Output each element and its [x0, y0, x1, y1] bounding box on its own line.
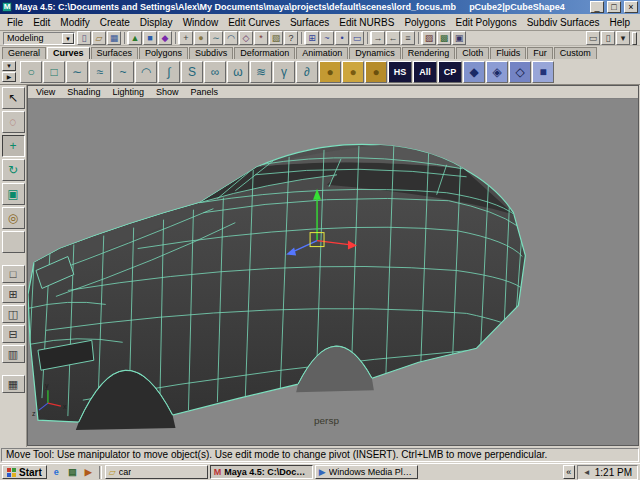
menu-item[interactable]: Subdiv Surfaces — [522, 16, 605, 29]
separator[interactable] — [299, 31, 304, 45]
separator[interactable] — [173, 31, 178, 45]
layout-outliner-persp-icon[interactable]: ▥ — [2, 345, 25, 363]
mask-dynamics-icon[interactable]: * — [254, 31, 268, 45]
select-object-icon[interactable]: ■ — [143, 31, 157, 45]
scene-view[interactable]: y x z persp — [28, 99, 638, 445]
shelf-tab[interactable]: Fur — [527, 47, 553, 59]
shelf-tab[interactable]: Rendering — [402, 47, 456, 59]
minimize-button[interactable]: _ — [590, 1, 604, 13]
select-tool[interactable]: ↖ — [2, 87, 25, 109]
panel-menu-item[interactable]: View — [30, 87, 61, 97]
snap-point-icon[interactable]: • — [335, 31, 349, 45]
menu-item[interactable]: Edit Polygons — [451, 16, 522, 29]
viewport-canvas[interactable]: y x z persp — [28, 99, 638, 445]
blue-poly-icon[interactable]: ◇ — [509, 61, 531, 83]
ep-curve-tool-icon[interactable]: ≈ — [89, 61, 111, 83]
task-button-maya[interactable]: M Maya 4.5: C:\Docume... — [210, 465, 313, 479]
quick-launch-ie-icon[interactable]: e — [49, 465, 64, 479]
menu-item[interactable]: Edit — [28, 16, 55, 29]
move-tool[interactable]: + — [2, 135, 25, 157]
select-component-icon[interactable]: ◆ — [158, 31, 172, 45]
rebuild-curve-icon[interactable]: ∂ — [296, 61, 318, 83]
shelf-tab[interactable]: General — [2, 47, 46, 59]
grid-toggle-icon[interactable]: ▦ — [2, 375, 25, 393]
numeric-input-icon[interactable]: ▯ — [601, 31, 615, 45]
mask-misc-icon[interactable]: ? — [284, 31, 298, 45]
save-scene-icon[interactable]: ▦ — [107, 31, 121, 45]
panel-menu-item[interactable]: Lighting — [106, 87, 150, 97]
menu-item[interactable]: Create — [95, 16, 135, 29]
panel-menu-item[interactable]: Show — [150, 87, 185, 97]
shelf-tab[interactable]: Subdivs — [189, 47, 233, 59]
lasso-select-tool[interactable]: ◌ — [2, 111, 25, 133]
shelf-tab[interactable]: Fluids — [490, 47, 526, 59]
titlebar[interactable]: M Maya 4.5: C:\Documents and Settings\Al… — [0, 0, 640, 14]
shelf-tab[interactable]: Deformation — [234, 47, 295, 59]
quick-launch-player-icon[interactable]: ▶ — [81, 465, 96, 479]
shelf-tab[interactable]: Custom — [554, 47, 597, 59]
construction-history-icon[interactable]: ≡ — [401, 31, 415, 45]
output-connections-icon[interactable]: ← — [386, 31, 400, 45]
panel-menu-item[interactable]: Panels — [184, 87, 224, 97]
shelf-tab-cycle-button[interactable]: ▶ — [2, 72, 16, 82]
open-scene-icon[interactable]: ▱ — [92, 31, 106, 45]
menu-item[interactable]: Polygons — [399, 16, 450, 29]
layout-four-pane-icon[interactable]: ⊞ — [2, 285, 25, 303]
insert-knot-icon[interactable]: ∞ — [204, 61, 226, 83]
last-tool[interactable] — [2, 231, 25, 253]
shelf-tab[interactable]: Animation — [296, 47, 348, 59]
blue-poly-icon[interactable]: ◈ — [486, 61, 508, 83]
quick-launch-desktop-icon[interactable]: ▤ — [65, 465, 80, 479]
blue-poly-icon[interactable]: ■ — [532, 61, 554, 83]
render-current-frame-icon[interactable]: ▨ — [422, 31, 436, 45]
menu-item[interactable]: Edit NURBS — [334, 16, 399, 29]
menu-item[interactable]: Help — [605, 16, 636, 29]
nurbs-square-icon[interactable]: □ — [43, 61, 65, 83]
layout-two-pane-stacked-icon[interactable]: ⊟ — [2, 325, 25, 343]
car-wireframe-model[interactable] — [28, 143, 525, 430]
arc-tool-icon[interactable]: ◠ — [135, 61, 157, 83]
menu-item[interactable]: Surfaces — [285, 16, 334, 29]
layout-single-pane-icon[interactable]: □ — [2, 265, 25, 283]
separator[interactable] — [122, 31, 127, 45]
shelf-tab[interactable]: Dynamics — [349, 47, 401, 59]
detach-curves-icon[interactable]: S — [181, 61, 203, 83]
fillet-curve-icon[interactable]: γ — [273, 61, 295, 83]
menu-item[interactable]: Modify — [55, 16, 94, 29]
clock[interactable]: 1:21 PM — [595, 467, 632, 478]
mask-rendering-icon[interactable]: ▧ — [269, 31, 283, 45]
blue-poly-icon[interactable]: ◆ — [463, 61, 485, 83]
snap-curve-icon[interactable]: ~ — [320, 31, 334, 45]
tray-volume-icon[interactable]: ◄ — [583, 468, 591, 477]
statusline-expand-icon[interactable]: ▾ — [616, 31, 630, 45]
gold-material-icon[interactable]: ● — [319, 61, 341, 83]
ipr-render-icon[interactable]: ▩ — [437, 31, 451, 45]
perspective-viewport[interactable]: ViewShadingLightingShowPanels — [27, 85, 639, 446]
mask-handles-icon[interactable]: + — [179, 31, 193, 45]
new-scene-icon[interactable]: ▯ — [77, 31, 91, 45]
menu-set-selector[interactable]: Modeling ▼ — [3, 32, 75, 45]
snap-plane-icon[interactable]: ▭ — [350, 31, 364, 45]
input-connections-icon[interactable]: → — [371, 31, 385, 45]
pencil-curve-tool-icon[interactable]: ~ — [112, 61, 134, 83]
nurbs-circle-icon[interactable]: ○ — [20, 61, 42, 83]
separator[interactable] — [416, 31, 421, 45]
mask-surfaces-icon[interactable]: ◠ — [224, 31, 238, 45]
shelf-menu-button[interactable]: ▼ — [2, 61, 16, 71]
gold-material-icon[interactable]: ● — [342, 61, 364, 83]
start-button[interactable]: Start — [2, 465, 47, 479]
snap-grid-icon[interactable]: ⊞ — [305, 31, 319, 45]
layout-two-pane-side-icon[interactable]: ◫ — [2, 305, 25, 323]
mask-deformations-icon[interactable]: ◇ — [239, 31, 253, 45]
menu-item[interactable]: Window — [178, 16, 224, 29]
chevron-down-icon[interactable]: ▼ — [62, 33, 74, 44]
offset-curve-icon[interactable]: ≋ — [250, 61, 272, 83]
statusline-collapse-handle[interactable] — [632, 32, 637, 45]
menu-item[interactable]: Edit Curves — [223, 16, 285, 29]
gold-material-icon[interactable]: ● — [365, 61, 387, 83]
shelf-tab[interactable]: Curves — [47, 47, 90, 59]
task-button-car[interactable]: ▱ car — [105, 465, 208, 479]
cv-curve-tool-icon[interactable]: ∼ — [66, 61, 88, 83]
task-button-media-player[interactable]: ▶ Windows Media Player — [315, 465, 418, 479]
rotate-tool[interactable]: ↻ — [2, 159, 25, 181]
